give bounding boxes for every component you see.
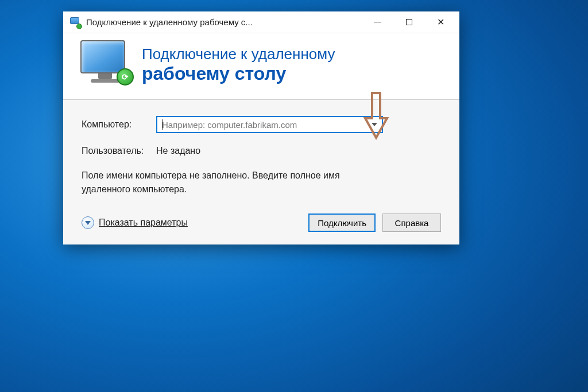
rdp-monitor-icon <box>80 40 129 89</box>
minimize-button[interactable] <box>362 14 393 31</box>
show-options-label: Показать параметры <box>99 218 188 228</box>
window-header: Подключение к удаленному рабочему столу <box>63 33 459 100</box>
maximize-button[interactable] <box>393 14 425 31</box>
computer-combobox[interactable] <box>156 116 383 133</box>
rdp-connection-window: Подключение к удаленному рабочему с... П… <box>63 11 459 244</box>
desktop-background: Подключение к удаленному рабочему с... П… <box>0 0 588 392</box>
show-options-toggle[interactable]: Показать параметры <box>82 216 188 229</box>
window-title: Подключение к удаленному рабочему с... <box>86 17 362 27</box>
connect-button[interactable]: Подключить <box>308 214 376 232</box>
computer-label: Компьютер: <box>82 119 156 130</box>
user-value: Не задано <box>156 146 200 156</box>
header-line-1: Подключение к удаленному <box>142 45 335 63</box>
user-label: Пользователь: <box>82 146 156 156</box>
hint-text: Поле имени компьютера не заполнено. Введ… <box>82 169 380 196</box>
window-titlebar[interactable]: Подключение к удаленному рабочему с... <box>63 11 459 33</box>
window-controls <box>362 14 457 31</box>
chevron-down-circle-icon <box>82 216 94 229</box>
close-button[interactable] <box>425 14 457 31</box>
window-footer: Показать параметры Подключить Справка <box>82 214 441 232</box>
computer-field-row: Компьютер: <box>82 116 441 133</box>
window-body: Компьютер: Пользователь: Не задано Поле … <box>63 100 459 244</box>
computer-input[interactable] <box>162 120 370 130</box>
chevron-down-icon[interactable] <box>370 121 378 129</box>
close-icon <box>437 17 444 28</box>
header-title: Подключение к удаленному рабочему столу <box>142 45 335 84</box>
app-icon <box>70 17 80 28</box>
user-field-row: Пользователь: Не задано <box>82 146 441 156</box>
text-cursor <box>162 119 163 130</box>
help-button[interactable]: Справка <box>382 214 441 232</box>
header-line-2: рабочему столу <box>142 63 335 84</box>
